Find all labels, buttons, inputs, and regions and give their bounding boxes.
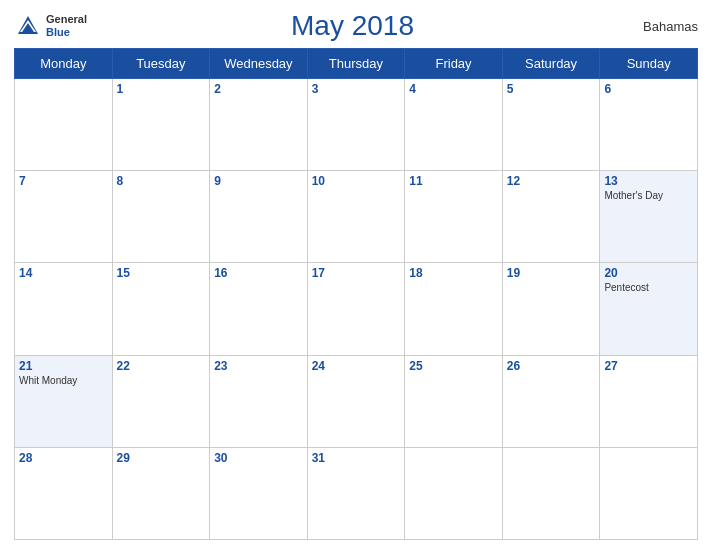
day-number: 18: [409, 266, 498, 280]
calendar-cell: 26: [502, 355, 600, 447]
holiday-label: Mother's Day: [604, 190, 693, 201]
calendar-cell: 22: [112, 355, 210, 447]
calendar-cell: 30: [210, 447, 308, 539]
calendar-cell: 28: [15, 447, 113, 539]
day-number: 22: [117, 359, 206, 373]
day-number: 2: [214, 82, 303, 96]
country-label: Bahamas: [618, 19, 698, 34]
calendar-cell: 19: [502, 263, 600, 355]
calendar-week-row: 21Whit Monday222324252627: [15, 355, 698, 447]
calendar-cell: 7: [15, 171, 113, 263]
calendar-cell: 9: [210, 171, 308, 263]
calendar-week-row: 14151617181920Pentecost: [15, 263, 698, 355]
calendar-cell: 25: [405, 355, 503, 447]
month-title: May 2018: [87, 10, 618, 42]
day-number: 12: [507, 174, 596, 188]
holiday-label: Pentecost: [604, 282, 693, 293]
calendar-cell: 2: [210, 79, 308, 171]
logo-icon: [14, 12, 42, 40]
calendar-cell: [502, 447, 600, 539]
day-number: 13: [604, 174, 693, 188]
calendar-week-row: 28293031: [15, 447, 698, 539]
weekday-header-row: Monday Tuesday Wednesday Thursday Friday…: [15, 49, 698, 79]
calendar-cell: [15, 79, 113, 171]
calendar-cell: [405, 447, 503, 539]
calendar-cell: 24: [307, 355, 405, 447]
header: General Blue May 2018 Bahamas: [14, 10, 698, 42]
col-saturday: Saturday: [502, 49, 600, 79]
calendar-table: Monday Tuesday Wednesday Thursday Friday…: [14, 48, 698, 540]
calendar-cell: 31: [307, 447, 405, 539]
day-number: 28: [19, 451, 108, 465]
day-number: 14: [19, 266, 108, 280]
day-number: 4: [409, 82, 498, 96]
day-number: 16: [214, 266, 303, 280]
calendar-cell: 15: [112, 263, 210, 355]
day-number: 26: [507, 359, 596, 373]
calendar-page: General Blue May 2018 Bahamas Monday Tue…: [0, 0, 712, 550]
calendar-cell: 20Pentecost: [600, 263, 698, 355]
day-number: 9: [214, 174, 303, 188]
calendar-cell: 17: [307, 263, 405, 355]
calendar-cell: 3: [307, 79, 405, 171]
day-number: 25: [409, 359, 498, 373]
day-number: 24: [312, 359, 401, 373]
day-number: 10: [312, 174, 401, 188]
calendar-cell: 6: [600, 79, 698, 171]
day-number: 23: [214, 359, 303, 373]
day-number: 1: [117, 82, 206, 96]
logo-blue-label: Blue: [46, 26, 87, 39]
calendar-cell: 13Mother's Day: [600, 171, 698, 263]
day-number: 17: [312, 266, 401, 280]
logo: General Blue: [14, 12, 87, 40]
calendar-cell: 27: [600, 355, 698, 447]
day-number: 6: [604, 82, 693, 96]
calendar-cell: 10: [307, 171, 405, 263]
day-number: 27: [604, 359, 693, 373]
day-number: 30: [214, 451, 303, 465]
col-tuesday: Tuesday: [112, 49, 210, 79]
day-number: 3: [312, 82, 401, 96]
calendar-cell: 11: [405, 171, 503, 263]
calendar-cell: [600, 447, 698, 539]
day-number: 21: [19, 359, 108, 373]
col-thursday: Thursday: [307, 49, 405, 79]
calendar-cell: 18: [405, 263, 503, 355]
day-number: 5: [507, 82, 596, 96]
calendar-cell: 29: [112, 447, 210, 539]
calendar-cell: 8: [112, 171, 210, 263]
calendar-week-row: 123456: [15, 79, 698, 171]
col-monday: Monday: [15, 49, 113, 79]
day-number: 20: [604, 266, 693, 280]
calendar-cell: 12: [502, 171, 600, 263]
calendar-body: 12345678910111213Mother's Day14151617181…: [15, 79, 698, 540]
day-number: 31: [312, 451, 401, 465]
day-number: 19: [507, 266, 596, 280]
day-number: 8: [117, 174, 206, 188]
calendar-cell: 16: [210, 263, 308, 355]
day-number: 11: [409, 174, 498, 188]
logo-general-label: General: [46, 13, 87, 26]
holiday-label: Whit Monday: [19, 375, 108, 386]
logo-text: General Blue: [46, 13, 87, 39]
col-wednesday: Wednesday: [210, 49, 308, 79]
col-friday: Friday: [405, 49, 503, 79]
calendar-cell: 1: [112, 79, 210, 171]
day-number: 29: [117, 451, 206, 465]
calendar-cell: 5: [502, 79, 600, 171]
day-number: 7: [19, 174, 108, 188]
calendar-cell: 4: [405, 79, 503, 171]
calendar-cell: 21Whit Monday: [15, 355, 113, 447]
calendar-cell: 23: [210, 355, 308, 447]
calendar-cell: 14: [15, 263, 113, 355]
calendar-week-row: 78910111213Mother's Day: [15, 171, 698, 263]
col-sunday: Sunday: [600, 49, 698, 79]
day-number: 15: [117, 266, 206, 280]
